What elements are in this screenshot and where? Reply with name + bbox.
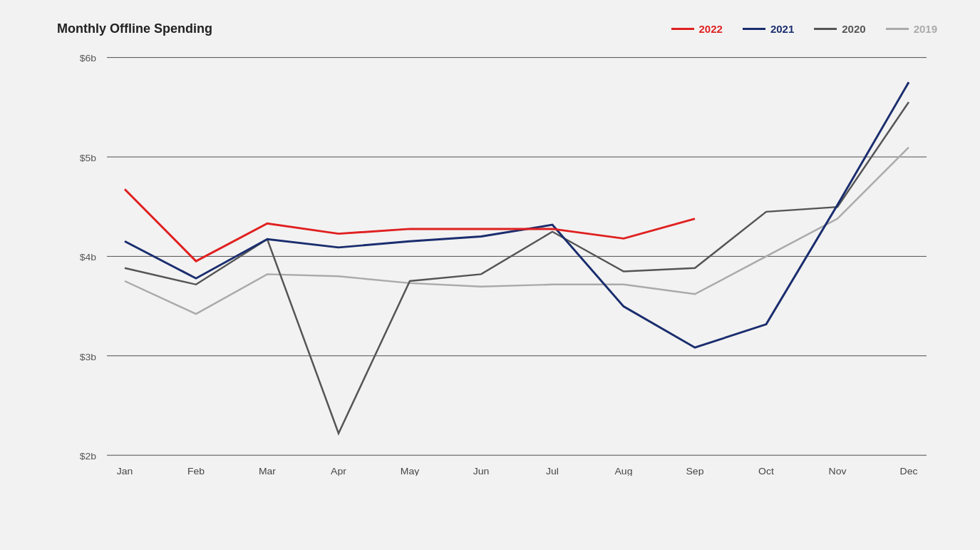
x-label-feb: Feb — [187, 466, 205, 476]
x-label-jan: Jan — [117, 466, 133, 476]
x-label-aug: Aug — [615, 466, 633, 476]
x-label-sep: Sep — [686, 466, 704, 476]
line-2022 — [125, 189, 695, 261]
legend-item-2019: 2019 — [886, 23, 937, 35]
chart-header: Monthly Offline Spending 2022 2021 2020 … — [57, 21, 937, 36]
y-label-4b: $4b — [80, 252, 97, 263]
legend-item-2022: 2022 — [671, 23, 723, 35]
legend-label-2020: 2020 — [842, 23, 865, 35]
y-label-3b: $3b — [80, 352, 97, 362]
legend: 2022 2021 2020 2019 — [671, 23, 938, 35]
x-label-jul: Jul — [546, 466, 559, 476]
chart-container: Monthly Offline Spending 2022 2021 2020 … — [0, 0, 980, 550]
x-label-oct: Oct — [758, 466, 774, 476]
legend-label-2019: 2019 — [914, 23, 937, 35]
legend-line-2022 — [671, 28, 694, 30]
chart-title: Monthly Offline Spending — [57, 21, 212, 36]
main-chart: $6b $5b $4b $3b $2b Jan Feb Mar Apr May … — [57, 51, 937, 476]
legend-item-2021: 2021 — [743, 23, 794, 35]
legend-line-2021 — [743, 28, 765, 30]
legend-item-2020: 2020 — [814, 23, 865, 35]
y-label-2b: $2b — [80, 451, 97, 462]
x-label-apr: Apr — [331, 466, 346, 476]
x-label-nov: Nov — [829, 466, 847, 476]
legend-label-2021: 2021 — [770, 23, 794, 35]
line-2020 — [125, 102, 909, 433]
y-label-5b: $5b — [80, 153, 97, 163]
y-label-6b: $6b — [80, 54, 97, 64]
legend-line-2020 — [814, 28, 837, 30]
line-2021 — [125, 82, 909, 347]
x-label-jun: Jun — [473, 466, 490, 476]
legend-label-2022: 2022 — [699, 23, 723, 35]
x-label-may: May — [401, 466, 420, 476]
x-label-mar: Mar — [259, 466, 277, 476]
x-label-dec: Dec — [900, 466, 918, 476]
legend-line-2019 — [886, 28, 909, 30]
